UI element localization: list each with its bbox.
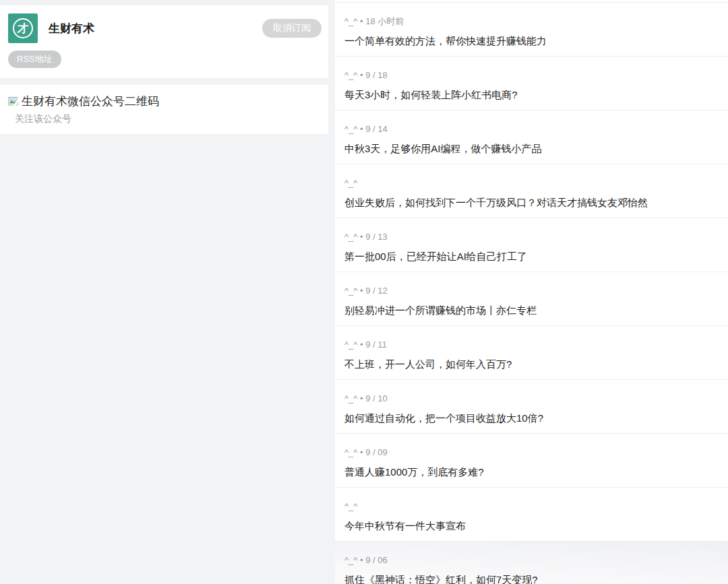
article-title: 一个简单有效的方法，帮你快速提升赚钱能力 [344,34,719,48]
qr-code-card: 生财有术微信公众号二维码 关注该公众号 [0,85,328,134]
article-list-item[interactable]: ^_^ • 9 / 14 中秋3天，足够你用AI编程，做个赚钱小产品 [335,110,728,164]
article-list: ^_^ • 18 小时前 一个简单有效的方法，帮你快速提升赚钱能力 ^_^ • … [335,3,728,584]
feed-header-card: 才 生财有术 取消订阅 RSS地址 [0,5,328,78]
article-list-item[interactable]: ^_^ • 9 / 10 如何通过自动化，把一个项目收益放大10倍? [335,380,728,434]
article-meta: ^_^ • 9 / 12 [344,286,719,296]
article-title: 如何通过自动化，把一个项目收益放大10倍? [344,411,719,425]
article-list-item[interactable]: ^_^ • 9 / 11 不上班，开一人公司，如何年入百万? [335,326,728,380]
article-list-item[interactable]: ^_^ • 9 / 12 别轻易冲进一个所谓赚钱的市场丨亦仁专栏 [335,272,728,326]
feed-header-row: 才 生财有术 取消订阅 [8,13,323,43]
article-meta: ^_^ • 9 / 09 [344,447,719,458]
article-meta: ^_^ [344,178,719,189]
coin-glyph-icon: 才 [13,18,33,38]
article-meta: ^_^ • 9 / 14 [344,124,719,135]
broken-image-icon [8,96,20,107]
article-meta: ^_^ • 9 / 18 [344,70,719,81]
article-title: 抓住《黑神话：悟空》红利，如何7天变现? [344,573,719,584]
article-list-panel: ^_^ • 18 小时前 一个简单有效的方法，帮你快速提升赚钱能力 ^_^ • … [335,2,728,584]
rss-reader-app: 才 生财有术 取消订阅 RSS地址 生财有术微信公众号二维码 [0,0,728,584]
article-title: 今年中秋节有一件大事宣布 [344,519,719,533]
feed-title: 生财有术 [49,21,262,36]
qr-alt-text: 生财有术微信公众号二维码 [22,94,159,109]
article-title: 第一批00后，已经开始让AI给自己打工了 [344,249,719,263]
article-list-item[interactable]: ^_^ • 9 / 18 每天3小时，如何轻装上阵小红书电商? [335,57,728,110]
article-meta: ^_^ [344,501,719,512]
article-list-item[interactable]: ^_^ 创业失败后，如何找到下一个千万级风口？对话天才搞钱女友邓怡然 [335,164,728,218]
article-list-item[interactable]: ^_^ • 9 / 09 普通人赚1000万，到底有多难? [335,434,728,488]
article-title: 中秋3天，足够你用AI编程，做个赚钱小产品 [344,141,719,156]
article-meta: ^_^ • 9 / 06 [344,555,719,566]
unsubscribe-button[interactable]: 取消订阅 [262,19,322,38]
article-meta: ^_^ • 18 小时前 [344,16,719,27]
feed-logo-icon: 才 [8,13,38,43]
article-list-item[interactable]: ^_^ 今年中秋节有一件大事宣布 [335,488,728,542]
article-title: 不上班，开一人公司，如何年入百万? [344,357,719,371]
feed-info-sidebar: 才 生财有术 取消订阅 RSS地址 生财有术微信公众号二维码 [0,0,335,584]
article-title: 别轻易冲进一个所谓赚钱的市场丨亦仁专栏 [344,303,719,317]
article-list-item[interactable]: ^_^ • 18 小时前 一个简单有效的方法，帮你快速提升赚钱能力 [335,3,728,57]
rss-address-button[interactable]: RSS地址 [8,51,61,68]
article-title: 每天3小时，如何轻装上阵小红书电商? [344,88,719,102]
qr-alt-row: 生财有术微信公众号二维码 [8,94,320,109]
article-list-item[interactable]: ^_^ • 9 / 06 抓住《黑神话：悟空》红利，如何7天变现? [335,542,728,584]
article-list-item[interactable]: ^_^ • 9 / 13 第一批00后，已经开始让AI给自己打工了 [335,218,728,272]
article-meta: ^_^ • 9 / 11 [344,339,719,350]
article-meta: ^_^ • 9 / 10 [344,393,719,404]
qr-caption: 关注该公众号 [15,113,320,125]
article-title: 创业失败后，如何找到下一个千万级风口？对话天才搞钱女友邓怡然 [344,195,719,209]
article-title: 普通人赚1000万，到底有多难? [344,465,719,479]
article-meta: ^_^ • 9 / 13 [344,232,719,242]
